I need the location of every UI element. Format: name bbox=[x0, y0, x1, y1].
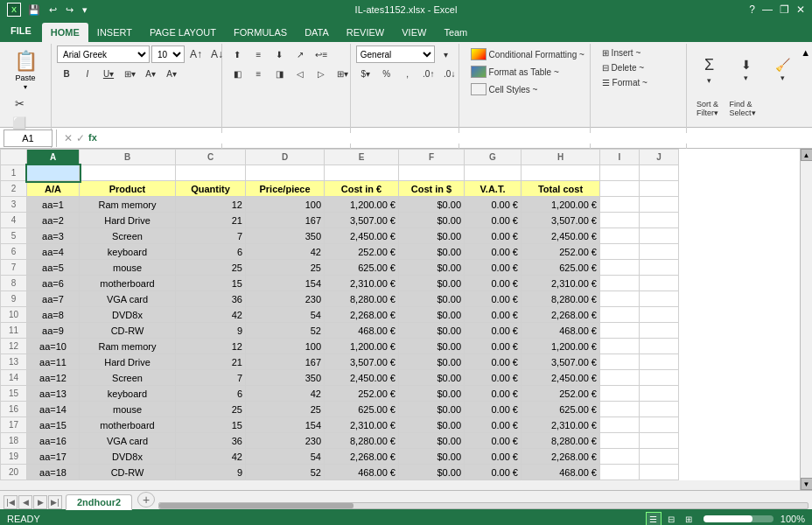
row-header-14[interactable]: 14 bbox=[1, 370, 27, 386]
cell[interactable]: $0.00 bbox=[399, 197, 465, 213]
redo-qat-btn[interactable]: ↪ bbox=[64, 4, 75, 16]
cancel-formula-btn[interactable]: ✕ bbox=[64, 132, 73, 144]
underline-button[interactable]: U▾ bbox=[99, 65, 118, 82]
scroll-up-btn[interactable]: ▲ bbox=[801, 149, 813, 161]
cell[interactable] bbox=[640, 339, 679, 354]
row-header-10[interactable]: 10 bbox=[1, 307, 27, 323]
cell[interactable] bbox=[600, 213, 640, 228]
cell-styles-btn[interactable]: Cell Styles ~ bbox=[465, 80, 544, 98]
add-sheet-button[interactable]: + bbox=[137, 492, 155, 508]
cell[interactable]: 9 bbox=[176, 465, 246, 480]
row-header-6[interactable]: 6 bbox=[1, 244, 27, 260]
cell[interactable]: aa=7 bbox=[27, 291, 80, 307]
cell[interactable]: $0.00 bbox=[399, 449, 465, 465]
cell[interactable]: 252.00 € bbox=[325, 386, 399, 402]
cell[interactable] bbox=[600, 260, 640, 276]
cell[interactable]: 42 bbox=[246, 386, 325, 402]
cell[interactable]: 154 bbox=[246, 276, 325, 291]
decrease-indent-btn[interactable]: ◁ bbox=[290, 65, 310, 82]
scroll-down-btn[interactable]: ▼ bbox=[801, 478, 813, 490]
cell[interactable]: 3,507.00 € bbox=[522, 213, 600, 228]
cell[interactable] bbox=[600, 307, 640, 323]
row-header-16[interactable]: 16 bbox=[1, 402, 27, 417]
cell[interactable]: $0.00 bbox=[399, 354, 465, 370]
comma-btn[interactable]: , bbox=[398, 65, 417, 82]
sheet-nav-last[interactable]: ▶| bbox=[48, 495, 62, 509]
cell[interactable] bbox=[600, 165, 640, 181]
cell[interactable]: Quantity bbox=[176, 181, 246, 197]
cell[interactable]: 52 bbox=[246, 465, 325, 480]
cell[interactable]: 252.00 € bbox=[522, 386, 600, 402]
cell[interactable]: aa=3 bbox=[27, 228, 80, 244]
row-header-8[interactable]: 8 bbox=[1, 276, 27, 291]
cell[interactable] bbox=[600, 323, 640, 339]
cell[interactable] bbox=[640, 417, 679, 433]
cell[interactable] bbox=[600, 181, 640, 197]
cell[interactable]: 468.00 € bbox=[522, 465, 600, 480]
font-size-select[interactable]: 10 bbox=[151, 46, 185, 63]
cell[interactable]: 8,280.00 € bbox=[522, 291, 600, 307]
cell[interactable]: 0.00 € bbox=[465, 339, 522, 354]
cell[interactable]: 25 bbox=[246, 260, 325, 276]
cell[interactable]: 7 bbox=[176, 228, 246, 244]
cell[interactable]: 36 bbox=[176, 433, 246, 449]
undo-qat-btn[interactable]: ↩ bbox=[47, 4, 59, 16]
cell[interactable] bbox=[600, 244, 640, 260]
cell[interactable] bbox=[640, 370, 679, 386]
cell[interactable]: keyboard bbox=[80, 386, 176, 402]
cell[interactable]: 252.00 € bbox=[325, 244, 399, 260]
cell[interactable]: 25 bbox=[246, 402, 325, 417]
cell[interactable]: 100 bbox=[246, 339, 325, 354]
vertical-scrollbar[interactable]: ▲ ▼ bbox=[800, 149, 812, 490]
tab-data[interactable]: DATA bbox=[296, 23, 338, 42]
tab-view[interactable]: VIEW bbox=[393, 23, 435, 42]
cell[interactable] bbox=[640, 402, 679, 417]
cell[interactable]: DVD8x bbox=[80, 449, 176, 465]
cell[interactable] bbox=[27, 165, 80, 181]
cell[interactable]: $0.00 bbox=[399, 244, 465, 260]
row-header-9[interactable]: 9 bbox=[1, 291, 27, 307]
row-header-13[interactable]: 13 bbox=[1, 354, 27, 370]
bold-button[interactable]: B bbox=[57, 65, 76, 82]
cell[interactable]: 12 bbox=[176, 197, 246, 213]
cell[interactable]: $0.00 bbox=[399, 370, 465, 386]
cell[interactable]: $0.00 bbox=[399, 402, 465, 417]
formula-input[interactable] bbox=[104, 133, 808, 144]
cell[interactable]: $0.00 bbox=[399, 228, 465, 244]
cell[interactable]: 25 bbox=[176, 402, 246, 417]
cell[interactable]: aa=14 bbox=[27, 402, 80, 417]
cell[interactable]: 2,450.00 € bbox=[522, 228, 600, 244]
cell[interactable]: motherboard bbox=[80, 417, 176, 433]
col-header-a[interactable]: A bbox=[27, 150, 80, 165]
cell[interactable]: $0.00 bbox=[399, 323, 465, 339]
cell[interactable]: aa=1 bbox=[27, 197, 80, 213]
cell[interactable]: 2,450.00 € bbox=[325, 228, 399, 244]
tab-home[interactable]: HOME bbox=[42, 23, 88, 42]
cell[interactable]: 2,450.00 € bbox=[522, 370, 600, 386]
cell[interactable] bbox=[600, 276, 640, 291]
sheet-nav-next[interactable]: ▶ bbox=[33, 495, 47, 509]
delete-btn[interactable]: ⊟ Delete ~ bbox=[596, 60, 651, 75]
cell[interactable]: 52 bbox=[246, 323, 325, 339]
increase-decimal-btn[interactable]: .0↑ bbox=[419, 65, 438, 82]
cell[interactable]: 42 bbox=[246, 244, 325, 260]
cell[interactable]: 2,268.00 € bbox=[325, 449, 399, 465]
cell[interactable]: 6 bbox=[176, 244, 246, 260]
cell[interactable]: 0.00 € bbox=[465, 307, 522, 323]
cell[interactable] bbox=[600, 197, 640, 213]
col-header-i[interactable]: I bbox=[600, 150, 640, 165]
cell[interactable] bbox=[399, 165, 465, 181]
cell[interactable]: aa=16 bbox=[27, 433, 80, 449]
cell[interactable]: 6 bbox=[176, 386, 246, 402]
sum-btn[interactable]: Σ ▾ bbox=[692, 46, 727, 94]
cell[interactable] bbox=[640, 433, 679, 449]
save-qat-btn[interactable]: 💾 bbox=[26, 4, 42, 16]
cell[interactable]: 625.00 € bbox=[325, 402, 399, 417]
cell[interactable]: 9 bbox=[176, 323, 246, 339]
cell[interactable]: 468.00 € bbox=[325, 323, 399, 339]
cell[interactable] bbox=[640, 307, 679, 323]
cell[interactable]: $0.00 bbox=[399, 307, 465, 323]
cell[interactable]: Ram memory bbox=[80, 339, 176, 354]
normal-view-btn[interactable]: ☰ bbox=[646, 512, 662, 525]
merge-cells-btn[interactable]: ⊞▾ bbox=[332, 65, 352, 82]
